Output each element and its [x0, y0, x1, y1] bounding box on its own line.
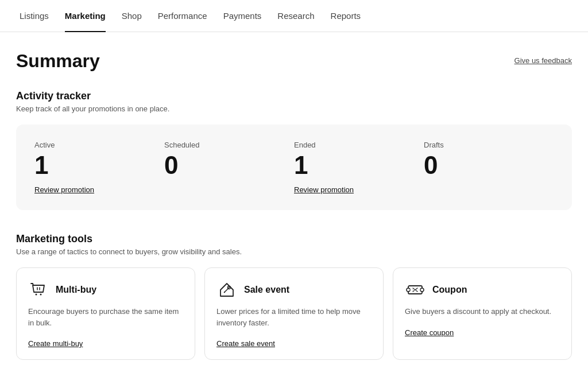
marketing-tools-section: Marketing tools Use a range of tactics t…	[16, 233, 572, 360]
nav-item-listings[interactable]: Listings	[11, 0, 57, 32]
nav-item-marketing[interactable]: Marketing	[57, 0, 114, 32]
activity-tracker-title: Activity tracker	[16, 90, 572, 102]
tool-name-multi-buy: Multi-buy	[56, 285, 96, 295]
tool-header-multi-buy: Multi-buy	[28, 280, 183, 300]
tool-action-sale-event[interactable]: Create sale event	[216, 339, 275, 348]
tool-action-coupon[interactable]: Create coupon	[405, 328, 454, 337]
tool-card-coupon: CouponGive buyers a discount to apply at…	[393, 267, 572, 360]
tool-name-coupon: Coupon	[432, 285, 467, 295]
sale-event-icon	[216, 280, 237, 300]
review-promotion-link-active[interactable]: Review promotion	[34, 185, 94, 194]
tracker-value-active: 1	[34, 153, 153, 178]
coupon-icon	[405, 280, 425, 300]
tool-desc-sale-event: Lower prices for a limited time to help …	[216, 306, 372, 328]
nav-item-shop[interactable]: Shop	[114, 0, 150, 32]
tracker-label-active: Active	[34, 141, 153, 149]
tool-action-multi-buy[interactable]: Create multi-buy	[28, 339, 83, 348]
marketing-tools-subtitle: Use a range of tactics to connect to buy…	[16, 247, 572, 256]
tracker-stat-drafts: Drafts0	[424, 141, 554, 194]
svg-point-4	[224, 292, 225, 293]
tracker-stat-active: Active1Review promotion	[34, 141, 164, 194]
tool-desc-multi-buy: Encourage buyers to purchase the same it…	[28, 306, 183, 328]
tool-name-sale-event: Sale event	[244, 285, 289, 295]
tool-card-multi-buy: Multi-buyEncourage buyers to purchase th…	[16, 267, 195, 360]
tools-grid: Multi-buyEncourage buyers to purchase th…	[16, 267, 572, 360]
page-title: Summary	[16, 51, 100, 72]
tracker-stat-ended: Ended1Review promotion	[294, 141, 424, 194]
tracker-label-scheduled: Scheduled	[164, 141, 283, 149]
activity-tracker-subtitle: Keep track of all your promotions in one…	[16, 104, 572, 113]
tracker-value-drafts: 0	[424, 153, 542, 178]
top-nav: ListingsMarketingShopPerformancePayments…	[0, 0, 588, 32]
marketing-tools-title: Marketing tools	[16, 233, 572, 245]
tracker-value-ended: 1	[294, 153, 412, 178]
tool-header-coupon: Coupon	[405, 280, 560, 300]
tracker-label-ended: Ended	[294, 141, 412, 149]
tool-header-sale-event: Sale event	[216, 280, 372, 300]
feedback-link[interactable]: Give us feedback	[514, 56, 572, 65]
tracker-stat-scheduled: Scheduled0	[164, 141, 294, 194]
svg-point-0	[36, 294, 37, 296]
nav-item-performance[interactable]: Performance	[150, 0, 215, 32]
tracker-value-scheduled: 0	[164, 153, 283, 178]
svg-point-1	[40, 294, 42, 296]
tracker-label-drafts: Drafts	[424, 141, 542, 149]
tool-card-sale-event: Sale eventLower prices for a limited tim…	[204, 267, 384, 360]
nav-item-payments[interactable]: Payments	[215, 0, 270, 32]
nav-item-research[interactable]: Research	[269, 0, 322, 32]
tracker-card: Active1Review promotionScheduled0Ended1R…	[16, 125, 572, 210]
summary-header: Summary Give us feedback	[16, 51, 572, 72]
svg-point-7	[420, 288, 424, 292]
tool-desc-coupon: Give buyers a discount to apply at check…	[405, 306, 560, 317]
activity-tracker-section: Activity tracker Keep track of all your …	[16, 90, 572, 210]
nav-item-reports[interactable]: Reports	[323, 0, 369, 32]
page-content: Summary Give us feedback Activity tracke…	[0, 32, 588, 383]
multi-buy-icon	[28, 280, 49, 300]
review-promotion-link-ended[interactable]: Review promotion	[294, 185, 354, 194]
